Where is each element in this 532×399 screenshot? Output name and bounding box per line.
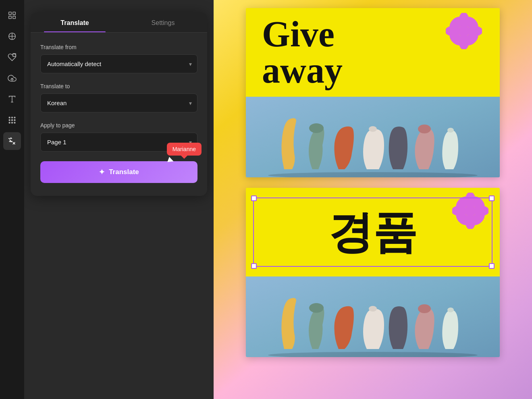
svg-rect-0 bbox=[9, 12, 11, 15]
card1-giveaway-text: Give away bbox=[262, 16, 343, 89]
sidebar-item-apps[interactable] bbox=[3, 111, 21, 129]
svg-rect-3 bbox=[13, 16, 15, 19]
svg-point-14 bbox=[9, 122, 10, 123]
sidebar-item-translate[interactable] bbox=[3, 132, 21, 150]
svg-point-13 bbox=[14, 120, 15, 121]
apply-to-page-select[interactable]: Page 1 Page 2 All pages bbox=[40, 133, 197, 152]
svg-point-11 bbox=[9, 120, 10, 121]
svg-point-43 bbox=[369, 306, 377, 312]
svg-point-30 bbox=[418, 125, 431, 133]
card2-korean-text: 경품 bbox=[328, 210, 417, 254]
card2-bottom bbox=[246, 276, 500, 357]
card2-top: 경품 bbox=[246, 188, 500, 276]
canvas-content: Give away bbox=[214, 0, 532, 399]
svg-point-16 bbox=[14, 122, 15, 123]
design-card-2: 경품 bbox=[246, 188, 500, 357]
svg-point-42 bbox=[309, 303, 324, 313]
translate-panel: Translate Settings Translate from Automa… bbox=[31, 12, 207, 196]
panel-body: Translate from Automatically detect Engl… bbox=[31, 33, 207, 196]
svg-point-15 bbox=[12, 122, 13, 123]
apply-to-page-wrapper: Page 1 Page 2 All pages ▾ bbox=[40, 133, 197, 152]
sidebar-item-cloud[interactable] bbox=[3, 69, 21, 87]
tab-bar: Translate Settings bbox=[31, 12, 207, 33]
tab-translate[interactable]: Translate bbox=[31, 12, 119, 32]
svg-point-44 bbox=[418, 304, 431, 313]
svg-point-29 bbox=[369, 126, 377, 132]
card1-vases-svg bbox=[260, 97, 486, 177]
translate-btn-star-icon: ✦ bbox=[99, 168, 105, 177]
canvas-area: Give away bbox=[214, 0, 532, 399]
svg-point-10 bbox=[14, 117, 15, 118]
svg-point-45 bbox=[447, 308, 454, 312]
svg-point-41 bbox=[268, 352, 478, 357]
handle-tr bbox=[489, 195, 495, 201]
svg-rect-1 bbox=[13, 12, 15, 15]
card1-flower-decoration bbox=[446, 13, 482, 51]
svg-point-27 bbox=[268, 172, 478, 177]
card1-bottom bbox=[246, 97, 500, 177]
apply-to-page-label: Apply to page bbox=[40, 122, 197, 129]
sidebar-item-elements[interactable] bbox=[3, 48, 21, 66]
sidebar-item-grid[interactable] bbox=[3, 6, 21, 24]
card2-flower-decoration bbox=[452, 193, 488, 231]
handle-bl bbox=[251, 263, 257, 269]
card2-vases-svg bbox=[260, 276, 486, 357]
svg-point-8 bbox=[9, 117, 10, 118]
svg-point-9 bbox=[12, 117, 13, 118]
card1-top: Give away bbox=[246, 8, 500, 97]
card2-inner: 경품 bbox=[246, 188, 500, 357]
sidebar-item-text[interactable] bbox=[3, 90, 21, 108]
translate-to-wrapper: Korean English Japanese Chinese Spanish … bbox=[40, 94, 197, 112]
svg-rect-2 bbox=[9, 16, 11, 19]
design-card-1: Give away bbox=[246, 8, 500, 177]
tab-settings[interactable]: Settings bbox=[119, 12, 207, 32]
translate-button-container: Marianne ▶ ✦ Translate bbox=[40, 161, 197, 183]
svg-point-26 bbox=[458, 25, 470, 37]
translate-from-wrapper: Automatically detect English Japanese Ch… bbox=[40, 54, 197, 73]
sidebar bbox=[0, 0, 24, 399]
svg-point-28 bbox=[309, 123, 324, 133]
svg-point-40 bbox=[465, 205, 476, 217]
svg-point-31 bbox=[447, 128, 454, 133]
svg-point-12 bbox=[12, 120, 13, 121]
translate-from-label: Translate from bbox=[40, 44, 197, 50]
handle-br bbox=[489, 263, 495, 269]
translate-button[interactable]: ✦ Translate bbox=[40, 161, 197, 183]
translate-from-select[interactable]: Automatically detect English Japanese Ch… bbox=[40, 54, 197, 73]
panel-area: Translate Settings Translate from Automa… bbox=[24, 0, 214, 399]
translate-button-label: Translate bbox=[109, 168, 139, 176]
translate-to-select[interactable]: Korean English Japanese Chinese Spanish bbox=[40, 94, 197, 112]
handle-tl bbox=[251, 195, 257, 201]
translate-to-label: Translate to bbox=[40, 83, 197, 89]
sidebar-item-shapes[interactable] bbox=[3, 27, 21, 45]
